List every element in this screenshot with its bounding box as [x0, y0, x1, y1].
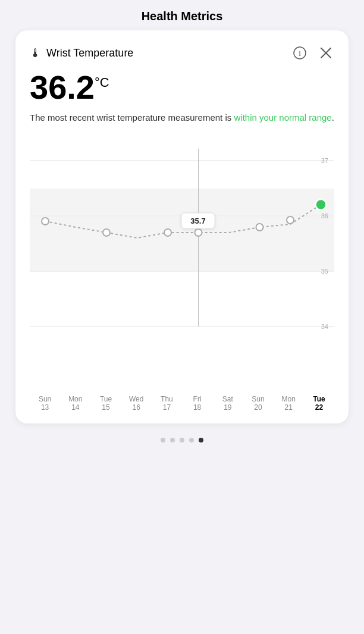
svg-text:35: 35 — [321, 268, 328, 275]
day-label-mon21: Mon 21 — [274, 395, 304, 412]
info-button[interactable]: i — [291, 45, 308, 61]
svg-point-23 — [316, 199, 327, 210]
dot-5 — [199, 438, 203, 442]
health-card: 🌡 Wrist Temperature i 36.2°C The most re… — [15, 30, 349, 423]
svg-text:34: 34 — [321, 323, 328, 330]
chart-container: 37 36 35 34 — [30, 137, 334, 412]
dot-3 — [180, 438, 184, 442]
day-label-wed16: Wed 16 — [121, 395, 152, 412]
day-label-fri18: Fri 18 — [182, 395, 212, 412]
temperature-display: 36.2°C — [30, 71, 334, 104]
dot-2 — [170, 438, 175, 442]
svg-point-18 — [164, 229, 171, 236]
dot-4 — [189, 438, 194, 442]
day-label-thu17: Thu 17 — [152, 395, 182, 412]
day-label-sat19: Sat 19 — [212, 395, 243, 412]
svg-point-19 — [195, 229, 202, 236]
svg-text:37: 37 — [321, 157, 328, 164]
svg-point-22 — [287, 216, 294, 224]
x-axis-labels: Sun 13 Mon 14 Tue 15 Wed 16 Thu 17 Fri 1… — [30, 390, 334, 412]
close-button[interactable] — [318, 45, 334, 61]
day-label-sun20: Sun 20 — [243, 395, 273, 412]
svg-point-16 — [103, 229, 110, 236]
thermometer-icon: 🌡 — [30, 46, 42, 60]
pagination-dots — [161, 438, 203, 442]
page-title: Health Metrics — [142, 0, 223, 30]
day-label-tue22: Tue 22 — [304, 395, 334, 412]
svg-point-21 — [256, 224, 263, 231]
svg-text:35.7: 35.7 — [190, 216, 205, 225]
svg-rect-8 — [30, 189, 334, 271]
day-label-tue15: Tue 15 — [90, 395, 121, 412]
svg-point-14 — [42, 218, 49, 225]
svg-text:36: 36 — [321, 212, 328, 219]
svg-text:i: i — [299, 49, 301, 58]
day-label-mon14: Mon 14 — [60, 395, 90, 412]
description-text: The most recent wrist temperature measur… — [30, 111, 334, 125]
day-label-sun13: Sun 13 — [30, 395, 60, 412]
dot-1 — [161, 438, 165, 442]
card-title: Wrist Temperature — [46, 47, 133, 59]
